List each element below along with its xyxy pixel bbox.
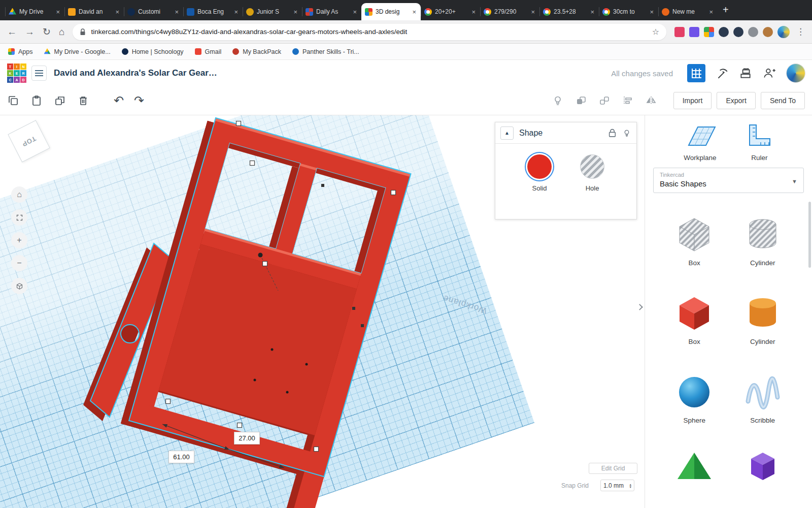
browser-menu-icon[interactable]: ⋮ — [796, 26, 805, 37]
tab[interactable]: 23.5+28× — [539, 3, 599, 20]
shield-extension-icon[interactable] — [719, 27, 729, 37]
stepper-icon[interactable]: ▴▾ — [629, 483, 631, 488]
zoom-out-button[interactable]: − — [11, 255, 27, 271]
tab-close-icon[interactable]: × — [411, 8, 417, 16]
tab-close-icon[interactable]: × — [470, 8, 477, 16]
rotate-handle[interactable] — [258, 253, 263, 258]
box-hole-icon — [672, 211, 716, 255]
shape-cylinder-solid[interactable]: Cylinder — [741, 290, 785, 345]
tab[interactable]: My Drive× — [5, 3, 64, 20]
bookmark-gmail[interactable]: Gmail — [195, 48, 222, 55]
tab-close-icon[interactable]: × — [649, 8, 655, 16]
perspective-toggle-button[interactable] — [11, 278, 27, 294]
forward-button[interactable]: → — [25, 27, 35, 37]
workplane-tool[interactable]: Workplane — [682, 122, 719, 162]
minecraft-export-button[interactable] — [716, 67, 729, 80]
brick-export-button[interactable] — [739, 67, 752, 80]
tab-close-icon[interactable]: × — [352, 8, 358, 16]
reload-button[interactable]: ↻ — [43, 27, 51, 37]
profile-avatar[interactable] — [777, 26, 790, 38]
tab[interactable]: 20+20+× — [421, 3, 480, 20]
tab-active[interactable]: 3D desig× — [361, 3, 421, 20]
tab-close-icon[interactable]: × — [530, 8, 536, 16]
paste-button[interactable] — [30, 94, 43, 107]
copy-button[interactable] — [7, 94, 19, 107]
tab[interactable]: Customi× — [124, 3, 183, 20]
shape-library-dropdown[interactable]: Tinkercad Basic Shapes ▼ — [653, 168, 804, 193]
ruler-tool[interactable]: Ruler — [743, 122, 776, 162]
send-to-button[interactable]: Send To — [761, 92, 805, 109]
pdf-extension-icon[interactable] — [674, 27, 685, 37]
tab[interactable]: 30cm to× — [599, 3, 658, 20]
tab-close-icon[interactable]: × — [292, 8, 298, 16]
tab[interactable]: 279/290× — [480, 3, 539, 20]
snap-grid-select[interactable]: 1.0 mm ▴▾ — [600, 480, 634, 491]
lock-icon[interactable] — [608, 129, 617, 138]
design-title[interactable]: David and Alexandra's Solar Car Gear… — [54, 68, 217, 78]
home-view-button[interactable]: ⌂ — [11, 186, 27, 203]
export-button[interactable]: Export — [717, 92, 755, 109]
design-list-button[interactable] — [31, 66, 47, 81]
hide-lightbulb-button[interactable] — [552, 94, 564, 107]
bookmark-apps[interactable]: Apps — [8, 48, 33, 55]
import-button[interactable]: Import — [673, 92, 712, 109]
fit-view-button[interactable] — [11, 209, 27, 226]
purple-extension-icon[interactable] — [689, 27, 699, 37]
tab-close-icon[interactable]: × — [55, 8, 61, 16]
tab[interactable]: Boca Eng× — [183, 3, 243, 20]
blocks-view-button[interactable] — [687, 64, 705, 82]
tab-close-icon[interactable]: × — [114, 8, 120, 16]
address-bar[interactable]: tinkercad.com/things/c4wy88uZY1z-david-a… — [73, 24, 666, 40]
bookmark-backpack[interactable]: My BackPack — [232, 48, 281, 55]
tab[interactable]: New me× — [658, 3, 718, 20]
emoji-extension-icon[interactable] — [763, 27, 773, 37]
delete-button[interactable] — [77, 94, 89, 107]
tab-close-icon[interactable]: × — [233, 8, 239, 16]
ungroup-button[interactable] — [598, 94, 611, 107]
bookmark-drive[interactable]: My Drive - Google... — [44, 48, 111, 55]
group-button[interactable] — [575, 94, 587, 107]
scrollbar[interactable] — [808, 202, 811, 268]
zoom-in-button[interactable]: + — [11, 232, 27, 248]
edit-grid-button[interactable]: Edit Grid — [589, 463, 637, 474]
redo-button[interactable]: ↷ — [134, 94, 144, 107]
tab[interactable]: Daily As× — [302, 3, 361, 20]
mirror-button[interactable] — [645, 94, 657, 107]
back-button[interactable]: ← — [7, 27, 17, 37]
shape-prism[interactable] — [741, 448, 785, 493]
chassis-frame[interactable] — [110, 116, 411, 508]
bookmark-panther[interactable]: Panther Skills - Tri... — [292, 48, 359, 55]
duplicate-button[interactable] — [54, 94, 66, 107]
shield-extension-icon[interactable] — [733, 27, 743, 37]
new-tab-button[interactable]: + — [723, 4, 729, 16]
lightbulb-icon[interactable] — [622, 129, 631, 138]
shape-scribble[interactable]: Scribble — [741, 369, 785, 424]
dimension-input-length[interactable]: 61.00 — [168, 451, 194, 463]
bookmark-schoology[interactable]: Home | Schoology — [122, 48, 184, 55]
puzzle-extension-icon[interactable] — [748, 27, 758, 37]
undo-button[interactable]: ↶ — [114, 94, 124, 107]
shape-sphere[interactable]: Sphere — [672, 369, 716, 424]
tab-close-icon[interactable]: × — [174, 8, 180, 16]
hole-swatch[interactable] — [580, 154, 604, 179]
tinkercad-logo[interactable]: TIN KER CAD — [7, 64, 26, 83]
colorful-extension-icon[interactable] — [704, 27, 714, 37]
shape-pyramid[interactable] — [672, 448, 716, 493]
align-button[interactable] — [622, 94, 634, 107]
shape-box-solid[interactable]: Box — [672, 290, 716, 345]
tab[interactable]: David an× — [64, 3, 124, 20]
bookmark-star-icon[interactable]: ☆ — [652, 27, 659, 37]
panel-collapse-button[interactable]: ▲ — [500, 126, 514, 140]
share-user-button[interactable] — [762, 67, 776, 80]
solid-swatch[interactable] — [527, 154, 552, 179]
sidebar-collapse-chevron[interactable] — [637, 301, 645, 312]
bookmarks-bar: Apps My Drive - Google... Home | Schoolo… — [0, 44, 812, 60]
shape-cylinder-hole[interactable]: Cylinder — [741, 211, 785, 267]
tab-close-icon[interactable]: × — [708, 8, 714, 16]
shape-box-hole[interactable]: Box — [672, 211, 716, 267]
tab-close-icon[interactable]: × — [589, 8, 595, 16]
home-button[interactable]: ⌂ — [59, 27, 64, 37]
dimension-input-width[interactable]: 27.00 — [234, 432, 260, 444]
user-avatar[interactable] — [787, 64, 805, 82]
tab[interactable]: Junior S× — [243, 3, 302, 20]
